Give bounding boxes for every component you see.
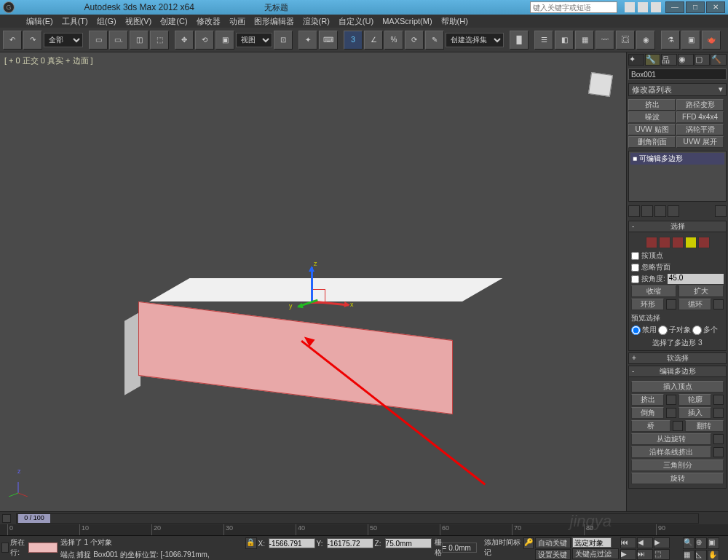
bevel-button[interactable]: 倒角 [631,407,664,419]
schematic-button[interactable]: ⿴ [616,31,635,50]
select-region-button[interactable]: ◫ [130,31,149,50]
render-setup-button[interactable]: ⚗ [661,31,680,50]
preview-subobj-radio[interactable] [658,326,668,335]
subobj-element-icon[interactable] [698,237,710,248]
hinge-settings[interactable] [713,434,724,444]
goto-start-button[interactable]: ⏮ [620,537,636,548]
retriangulate-button[interactable]: 旋转 [631,473,724,484]
search-icon[interactable] [625,2,635,12]
fov-button[interactable]: ◺ [695,550,707,560]
subobj-edge-icon[interactable] [659,237,670,248]
loop-spin[interactable] [713,299,724,309]
gizmo-z-axis[interactable] [311,267,313,302]
menu-edit[interactable]: 编辑(E) [22,16,58,27]
help-icon[interactable] [651,2,661,12]
menu-animation[interactable]: 动画 [225,16,250,27]
ref-coord-dropdown[interactable]: 视图 [236,33,272,47]
mod-extrude[interactable]: 挤出 [628,99,676,111]
align-button[interactable]: ☰ [534,31,553,50]
next-frame-button[interactable]: ▶ [620,549,636,560]
outline-settings[interactable] [713,395,724,405]
mod-chamfer[interactable]: 删角剖面 [628,136,676,148]
window-min-button[interactable]: — [665,1,684,13]
coord-x-input[interactable] [269,538,315,548]
stack-editable-poly[interactable]: ■ 可编辑多边形 [630,153,724,165]
coord-y-input[interactable] [327,538,373,548]
pivot-button[interactable]: ⊡ [274,31,293,50]
menu-rendering[interactable]: 渲染(R) [298,16,334,27]
render-button[interactable]: 🫖 [702,31,721,50]
ring-button[interactable]: 环形 [631,299,664,310]
coord-z-input[interactable] [385,538,432,548]
window-max-button[interactable]: □ [686,1,705,13]
rotate-button[interactable]: ⟲ [195,31,214,50]
percent-snap-button[interactable]: % [384,31,403,50]
preview-multi-radio[interactable] [692,326,702,335]
extrude-settings[interactable] [666,395,676,405]
bridge-settings[interactable] [673,421,683,431]
time-handle[interactable]: 0 / 100 [18,514,50,523]
window-crossing-button[interactable]: ⬚ [150,31,169,50]
menu-customize[interactable]: 自定义(U) [334,16,378,27]
inset-settings[interactable] [713,408,724,418]
auto-key-button[interactable]: 自动关键点 [535,537,571,548]
show-end-icon[interactable] [641,205,653,217]
key-filter-selected[interactable]: 选定对象 [572,537,612,548]
select-button[interactable]: ▭ [89,31,108,50]
key-mode-toggle[interactable]: ⬚ [654,549,670,560]
key-mode-icon[interactable]: 🔑 [523,537,534,549]
object-name-input[interactable] [628,68,727,80]
triangulate-button[interactable]: 三角剖分 [631,460,724,471]
viewport[interactable]: [ + 0 正交 0 真实 + 边面 ] x y z z [0,52,626,511]
bridge-button[interactable]: 桥 [631,420,670,432]
grow-button[interactable]: 扩大 [678,285,724,297]
subobj-border-icon[interactable] [672,237,684,248]
bevel-settings[interactable] [666,408,676,418]
extrude-button[interactable]: 挤出 [631,394,664,406]
add-time-tag[interactable]: 添加时间标记 [484,537,521,558]
zoom-extents-all-button[interactable]: ▦ [683,550,695,560]
display-tab[interactable]: ▢ [695,54,711,66]
time-ruler[interactable]: 0102030405060708090 [0,524,728,536]
mod-ffd[interactable]: FFD 4x4x4 [676,111,724,123]
window-close-button[interactable]: ✕ [706,1,725,13]
set-key-button[interactable]: 设置关键点 [535,549,571,560]
mirror-button[interactable]: ▐▌ [510,31,529,50]
outline-button[interactable]: 轮廓 [678,394,711,406]
angle-spinner[interactable]: 45.0 [668,274,724,284]
menu-group[interactable]: 组(G) [92,16,121,27]
preview-off-radio[interactable] [631,326,641,335]
by-vertex-check[interactable] [631,252,639,260]
rendered-frame-button[interactable]: ▣ [681,31,700,50]
modifier-stack[interactable]: ■ 可编辑多边形 [628,151,727,202]
pan-button[interactable]: ✋ [708,550,719,560]
mod-uvwunwrap[interactable]: UVW 展开 [676,136,724,148]
mod-noise[interactable]: 噪波 [628,111,676,123]
viewport-label[interactable]: [ + 0 正交 0 真实 + 边面 ] [4,55,93,66]
time-slider[interactable]: 0 / 100 [0,511,728,524]
redo-button[interactable]: ↷ [23,31,42,50]
motion-tab[interactable]: ◉ [678,54,694,66]
rollout-soft-sel[interactable]: +软选择 [628,352,727,364]
move-button[interactable]: ✥ [175,31,194,50]
mod-turbosmooth[interactable]: 涡轮平滑 [676,124,724,135]
inset-button[interactable]: 插入 [678,407,711,419]
zoom-extents-button[interactable]: ▣ [708,537,719,549]
flip-button[interactable]: 翻转 [685,420,724,432]
menu-grapheditors[interactable]: 图形编辑器 [250,16,298,27]
keyboard-button[interactable]: ⌨ [319,31,338,50]
undo-button[interactable]: ↶ [3,31,22,50]
loop-button[interactable]: 循环 [678,299,711,310]
exspline-settings[interactable] [713,447,724,457]
subobj-vertex-icon[interactable] [646,237,657,248]
unique-icon[interactable] [654,205,666,217]
menu-help[interactable]: 帮助(H) [437,16,472,27]
play-button[interactable]: ▶ [654,537,670,548]
curve-editor-button[interactable]: 〰 [596,31,614,50]
utilities-tab[interactable]: 🔨 [711,54,727,66]
selection-filter[interactable]: 全部 [44,33,83,47]
snap-button[interactable]: 3 [344,31,363,50]
mod-uvwmap[interactable]: UVW 贴图 [628,124,676,135]
app-logo-icon[interactable]: G [3,1,15,13]
hierarchy-tab[interactable]: 品 [661,54,677,66]
